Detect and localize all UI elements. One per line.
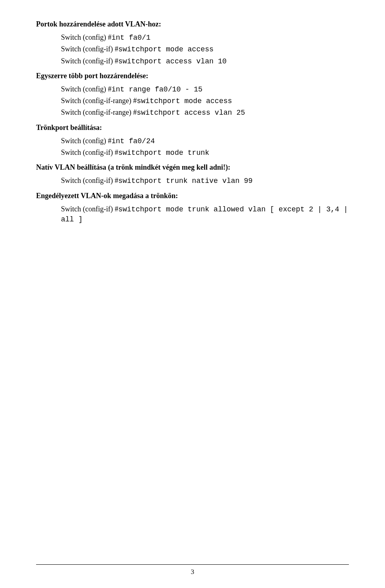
- line-command: switchport mode access: [118, 45, 214, 53]
- command-line: Switch (config-if) #switchport trunk nat…: [61, 176, 349, 186]
- command-line: Switch (config-if-range) #switchport acc…: [61, 107, 349, 118]
- line-command: switchport access vlan 10: [118, 57, 227, 65]
- line-prefix: Switch (config-if) #: [61, 57, 118, 65]
- line-prefix: Switch (config-if-range) #: [61, 108, 137, 116]
- line-prefix: Switch (config) #: [61, 137, 111, 145]
- command-line: Switch (config) #int fa0/1: [61, 32, 349, 43]
- line-prefix: Switch (config-if-range) #: [61, 97, 137, 105]
- page-number: 3: [0, 568, 385, 576]
- line-prefix: Switch (config-if) #: [61, 176, 118, 185]
- command-line: Switch (config-if) #switchport mode trun…: [61, 148, 349, 158]
- line-prefix: Switch (config) #: [61, 33, 111, 41]
- section-heading: Portok hozzárendelése adott VLAN-hoz:: [36, 20, 349, 28]
- line-command: switchport mode trunk: [118, 149, 209, 157]
- section-heading: Egyszerre több port hozzárendelése:: [36, 72, 349, 80]
- line-prefix: Switch (config-if) #: [61, 148, 118, 156]
- section-heading: Trönkport beállítása:: [36, 124, 349, 132]
- line-command: switchport trunk native vlan 99: [118, 177, 253, 185]
- command-line: Switch (config-if) #switchport mode acce…: [61, 44, 349, 54]
- line-prefix: Switch (config-if) #: [61, 205, 118, 213]
- command-line: Switch (config-if) #switchport access vl…: [61, 56, 349, 66]
- section-heading: Natív VLAN beállítása (a trönk mindkét v…: [36, 163, 349, 172]
- command-line: Switch (config) #int fa0/24: [61, 136, 349, 146]
- command-line: Switch (config) #int range fa0/10 - 15: [61, 84, 349, 94]
- footer-divider: [36, 564, 349, 565]
- line-command: int fa0/24: [111, 137, 155, 145]
- line-prefix: Switch (config-if) #: [61, 45, 118, 53]
- line-command: switchport access vlan 25: [137, 109, 245, 117]
- line-command: int range fa0/10 - 15: [111, 85, 203, 93]
- command-line: Switch (config-if-range) #switchport mod…: [61, 96, 349, 106]
- line-command: int fa0/1: [111, 34, 150, 42]
- section-heading: Engedélyezett VLAN-ok megadása a trönkön…: [36, 192, 349, 200]
- line-prefix: Switch (config) #: [61, 85, 111, 93]
- command-line: Switch (config-if) #switchport mode trun…: [61, 204, 349, 225]
- line-command: switchport mode access: [137, 97, 232, 105]
